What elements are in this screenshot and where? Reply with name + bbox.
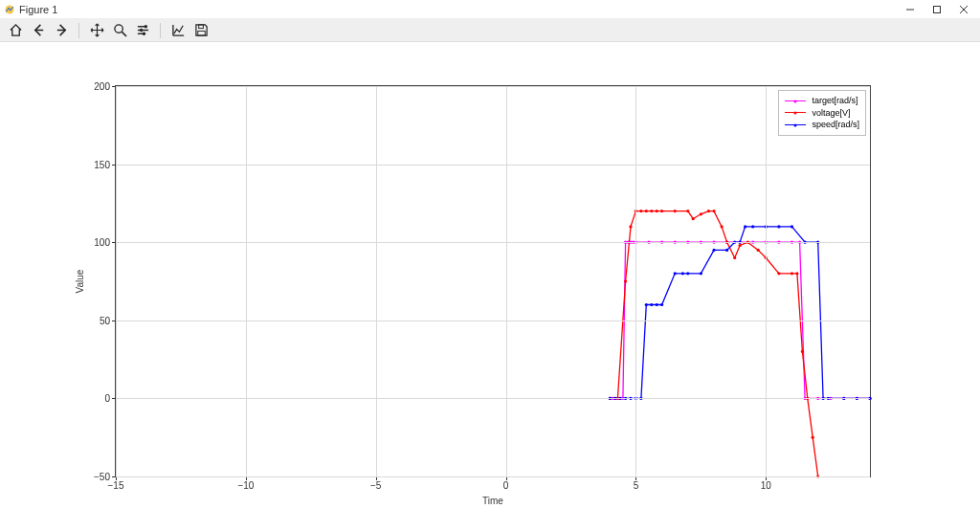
- legend-swatch: [785, 112, 806, 113]
- home-button[interactable]: [6, 21, 25, 40]
- series-marker: [674, 210, 677, 212]
- series-marker: [629, 225, 632, 228]
- series-line: [610, 227, 870, 399]
- series-marker: [707, 210, 710, 212]
- svg-point-11: [140, 29, 143, 32]
- mpl-toolbar: [0, 19, 980, 42]
- series-marker: [733, 256, 736, 259]
- series-marker: [777, 225, 780, 228]
- forward-button[interactable]: [52, 21, 71, 40]
- gridline-h: [116, 321, 870, 321]
- series-marker: [757, 249, 760, 252]
- legend-item-speed: speed[rad/s]: [785, 119, 859, 131]
- x-tick-label: −15: [108, 480, 124, 491]
- series-marker: [712, 249, 715, 252]
- series-marker: [686, 210, 689, 212]
- series-marker: [656, 303, 658, 306]
- axes: Time Value target[rad/s] voltage[V] spee…: [115, 85, 871, 477]
- svg-point-5: [114, 25, 122, 33]
- svg-point-12: [143, 33, 145, 35]
- series-marker: [700, 212, 702, 215]
- gridline-v: [376, 86, 377, 476]
- series-marker: [660, 303, 663, 306]
- series-marker: [645, 303, 648, 306]
- x-tick-label: −5: [370, 480, 381, 491]
- tickmark: [112, 242, 116, 243]
- save-button[interactable]: [191, 21, 211, 40]
- series-marker: [686, 272, 689, 275]
- series-marker: [744, 225, 746, 228]
- legend: target[rad/s] voltage[V] speed[rad/s]: [778, 90, 866, 136]
- figure-canvas[interactable]: Time Value target[rad/s] voltage[V] spee…: [0, 42, 980, 531]
- x-tick-label: 0: [503, 480, 509, 491]
- back-button[interactable]: [29, 21, 48, 40]
- series-marker: [791, 272, 793, 275]
- gridline-h: [116, 398, 870, 399]
- series-marker: [650, 210, 653, 212]
- axes-button[interactable]: [168, 21, 188, 40]
- series-marker: [812, 436, 814, 439]
- toolbar-separator: [78, 23, 79, 38]
- x-tick-label: 10: [761, 480, 771, 491]
- svg-line-6: [122, 32, 126, 36]
- pan-button[interactable]: [87, 21, 106, 40]
- window-title: Figure 1: [19, 4, 57, 15]
- svg-rect-14: [197, 31, 205, 35]
- legend-label: speed[rad/s]: [812, 119, 859, 131]
- gridline-v: [246, 86, 247, 476]
- series-marker: [721, 225, 724, 228]
- series-marker: [692, 217, 695, 220]
- subplots-button[interactable]: [133, 21, 152, 40]
- close-button[interactable]: [957, 3, 970, 16]
- legend-swatch: [785, 124, 806, 125]
- series-marker: [650, 303, 653, 306]
- gridline-h: [116, 476, 870, 477]
- x-tick-label: 5: [634, 480, 639, 491]
- tickmark: [112, 321, 116, 321]
- y-tick-label: −50: [94, 472, 110, 482]
- series-marker: [712, 210, 715, 212]
- maximize-button[interactable]: [930, 3, 944, 16]
- gridline-v: [506, 86, 507, 476]
- gridline-h: [116, 165, 870, 166]
- tickmark: [112, 398, 116, 399]
- series-marker: [681, 272, 684, 275]
- legend-label: voltage[V]: [812, 107, 850, 120]
- y-axis-label: Value: [75, 270, 85, 294]
- gridline-v: [116, 86, 117, 476]
- x-axis-label: Time: [482, 496, 503, 506]
- tickmark: [112, 86, 116, 87]
- series-marker: [639, 210, 642, 212]
- legend-label: target[rad/s]: [812, 95, 858, 107]
- series-layer: [116, 86, 870, 476]
- series-marker: [660, 210, 663, 212]
- series-marker: [801, 350, 804, 353]
- series-marker: [656, 210, 658, 212]
- legend-swatch: [785, 100, 806, 101]
- svg-rect-2: [934, 6, 941, 12]
- gridline-v: [766, 86, 767, 476]
- series-marker: [645, 210, 648, 212]
- series-marker: [777, 272, 780, 275]
- y-tick-label: 50: [100, 315, 110, 325]
- zoom-button[interactable]: [110, 21, 129, 40]
- y-tick-label: 150: [94, 159, 110, 169]
- series-marker: [791, 225, 793, 228]
- series-marker: [751, 225, 754, 228]
- series-marker: [624, 279, 627, 282]
- series-marker: [739, 244, 742, 247]
- y-tick-label: 100: [94, 237, 110, 248]
- y-tick-label: 200: [94, 81, 110, 92]
- series-marker: [700, 272, 702, 275]
- tickmark: [112, 476, 116, 477]
- legend-item-voltage: voltage[V]: [785, 107, 859, 120]
- svg-point-10: [145, 25, 147, 28]
- gridline-v: [635, 86, 636, 476]
- minimize-button[interactable]: [903, 3, 917, 16]
- toolbar-separator: [160, 23, 161, 38]
- tickmark: [112, 165, 116, 166]
- x-tick-label: −10: [237, 480, 254, 491]
- app-icon: [4, 4, 15, 15]
- series-marker: [725, 249, 728, 252]
- titlebar: Figure 1: [0, 0, 980, 19]
